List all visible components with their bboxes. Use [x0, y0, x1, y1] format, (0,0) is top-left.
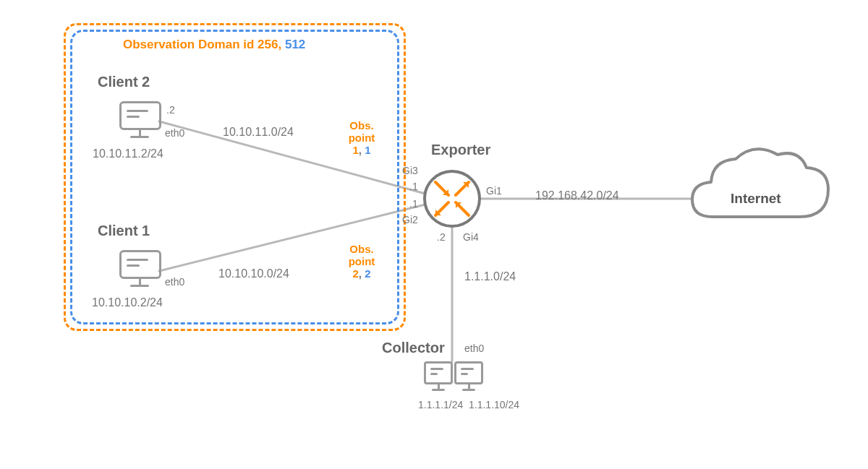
- client1-title: Client 1: [98, 223, 150, 239]
- obs1-l2: point: [349, 132, 375, 144]
- obs2-l1: Obs.: [349, 243, 373, 255]
- obs-domain-title: Observation Doman id 256, 512: [123, 38, 305, 52]
- exporter-internet-subnet: 192.168.42.0/24: [535, 189, 619, 202]
- client2-iface: eth0: [165, 127, 184, 139]
- exporter-p1a: .1: [409, 181, 418, 192]
- internet-title: Internet: [731, 191, 781, 207]
- collector-title: Collector: [382, 340, 445, 356]
- collector-server-b-icon: [454, 361, 483, 389]
- exporter-gi2: Gi2: [402, 214, 418, 225]
- client2-subnet: 10.10.11.0/24: [223, 126, 294, 139]
- obs-domain-label: Observation Doman id: [123, 38, 258, 51]
- obs-domain-sep: ,: [278, 38, 284, 51]
- exporter-gi1: Gi1: [486, 185, 502, 197]
- exporter-p2: .2: [437, 231, 446, 243]
- router-icon: [425, 171, 480, 226]
- client2-ip: 10.10.11.2/24: [93, 147, 163, 160]
- client1-subnet: 10.10.10.0/24: [218, 267, 289, 280]
- obs-point-2: Obs. point 2, 2: [340, 243, 383, 280]
- collector-subnet: 1.1.1.0/24: [464, 270, 516, 283]
- client2-host: .2: [166, 104, 175, 116]
- obs2-a: 2: [352, 267, 358, 280]
- obs-domain-id-b: 512: [285, 38, 305, 51]
- obs1-b: 1: [365, 144, 370, 156]
- client2-title: Client 2: [98, 74, 150, 90]
- obs1-a: 1: [352, 144, 358, 156]
- collector-iface: eth0: [464, 343, 484, 354]
- exporter-gi4: Gi4: [463, 231, 479, 243]
- obs-domain-id-a: 256: [258, 38, 278, 51]
- obs1-sep: ,: [359, 144, 365, 156]
- exporter-gi3: Gi3: [402, 165, 418, 176]
- svg-point-0: [425, 171, 480, 226]
- obs2-sep: ,: [359, 267, 365, 280]
- obs2-l2: point: [349, 255, 375, 267]
- collector-server-a-icon: [424, 361, 453, 389]
- client1-iface: eth0: [165, 276, 184, 288]
- obs2-b: 2: [365, 267, 370, 280]
- client2-monitor-icon: [119, 101, 160, 136]
- obs1-l1: Obs.: [349, 119, 373, 132]
- exporter-title: Exporter: [431, 142, 490, 158]
- exporter-p1b: .1: [409, 198, 418, 210]
- client1-ip: 10.10.10.2/24: [92, 296, 163, 309]
- collector-ip-b: 1.1.1.10/24: [469, 399, 519, 410]
- obs-point-1: Obs. point 1, 1: [340, 119, 383, 156]
- client1-monitor-icon: [119, 250, 160, 285]
- collector-ip-a: 1.1.1.1/24: [418, 399, 463, 410]
